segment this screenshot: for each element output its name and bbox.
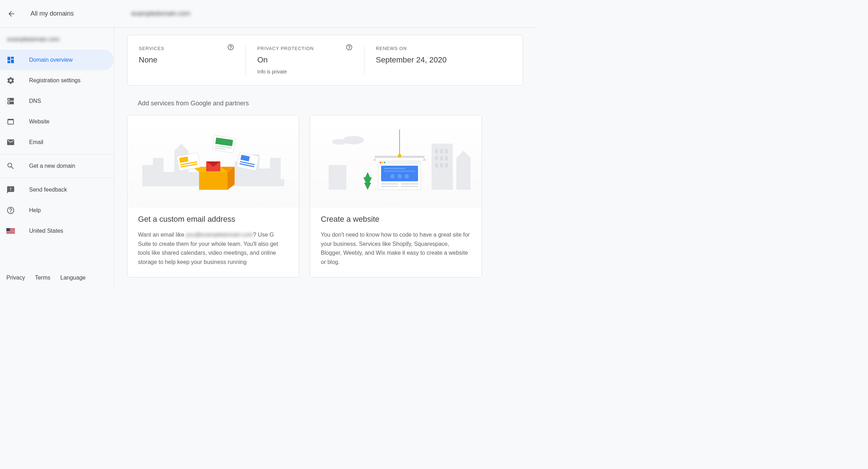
sidebar-item-label: Send feedback xyxy=(29,187,67,193)
feedback-icon xyxy=(6,186,15,194)
sidebar-item-label: Registration settings xyxy=(29,77,81,84)
svg-point-38 xyxy=(397,174,402,178)
svg-rect-17 xyxy=(440,149,443,153)
svg-rect-25 xyxy=(329,165,346,190)
sidebar-item-label: United States xyxy=(29,228,63,234)
services-label: SERVICES xyxy=(139,46,234,51)
dashboard-icon xyxy=(6,56,15,64)
svg-rect-35 xyxy=(384,168,405,169)
header-domain-name: exampledomain.com xyxy=(131,10,190,17)
help-circle-icon[interactable] xyxy=(227,44,234,51)
help-circle-icon[interactable] xyxy=(346,44,353,51)
svg-rect-36 xyxy=(384,171,415,172)
svg-point-28 xyxy=(398,154,401,158)
sidebar-item-get-new-domain[interactable]: Get a new domain xyxy=(0,156,114,176)
help-icon xyxy=(6,206,15,215)
sidebar-domain-name: exampledomain.com xyxy=(0,28,114,50)
svg-rect-21 xyxy=(445,156,448,160)
privacy-label: PRIVACY PROTECTION xyxy=(257,46,353,51)
svg-rect-24 xyxy=(445,163,448,167)
divider xyxy=(0,154,114,154)
footer-language-link[interactable]: Language xyxy=(60,275,86,281)
sidebar-item-label: DNS xyxy=(29,98,41,104)
sidebar-item-dns[interactable]: DNS xyxy=(0,91,114,111)
svg-rect-41 xyxy=(381,186,398,187)
dns-icon xyxy=(6,97,15,105)
svg-point-13 xyxy=(343,136,364,144)
email-service-card[interactable]: Get a custom email address Want an email… xyxy=(127,115,299,277)
renews-label: RENEWS ON xyxy=(376,46,446,51)
search-icon xyxy=(6,162,15,170)
privacy-sub: Info is private xyxy=(257,69,353,75)
domain-info-card: SERVICES None PRIVACY PROTECTION On Info… xyxy=(127,35,523,85)
privacy-value: On xyxy=(257,55,353,65)
sidebar-item-country[interactable]: United States xyxy=(0,221,114,241)
svg-rect-19 xyxy=(435,156,438,160)
website-illustration xyxy=(310,115,482,208)
website-icon xyxy=(6,117,15,126)
email-illustration xyxy=(127,115,299,208)
email-card-title: Get a custom email address xyxy=(138,215,288,224)
sidebar-item-email[interactable]: Email xyxy=(0,132,114,153)
gear-icon xyxy=(6,76,15,85)
svg-point-32 xyxy=(382,162,383,163)
website-card-text: You don't need to know how to code to ha… xyxy=(321,230,471,266)
us-flag-icon xyxy=(6,227,15,235)
sidebar-item-label: Email xyxy=(29,139,43,145)
website-service-card[interactable]: Create a website You don't need to know … xyxy=(310,115,482,277)
svg-rect-23 xyxy=(440,163,443,167)
footer-terms-link[interactable]: Terms xyxy=(35,275,50,281)
sidebar-item-label: Domain overview xyxy=(29,57,73,63)
email-icon xyxy=(6,138,15,147)
email-card-text: Want an email like you@exampledomain.com… xyxy=(138,230,288,266)
divider xyxy=(0,178,114,178)
svg-point-14 xyxy=(332,139,346,145)
svg-rect-20 xyxy=(440,156,443,160)
svg-point-39 xyxy=(405,174,409,178)
svg-rect-42 xyxy=(401,183,418,184)
sidebar-item-registration-settings[interactable]: Registration settings xyxy=(0,70,114,91)
sidebar-item-label: Help xyxy=(29,207,41,214)
svg-point-33 xyxy=(384,162,385,163)
sidebar-item-website[interactable]: Website xyxy=(0,111,114,132)
svg-rect-43 xyxy=(401,186,418,187)
services-value: None xyxy=(139,55,234,65)
svg-point-31 xyxy=(380,162,381,163)
header-title[interactable]: All my domains xyxy=(31,10,74,17)
footer-privacy-link[interactable]: Privacy xyxy=(6,275,25,281)
sidebar-item-send-feedback[interactable]: Send feedback xyxy=(0,180,114,200)
renews-value: September 24, 2020 xyxy=(376,55,446,65)
svg-rect-16 xyxy=(435,149,438,153)
sidebar-item-domain-overview[interactable]: Domain overview xyxy=(0,50,114,70)
sidebar-item-help[interactable]: Help xyxy=(0,200,114,221)
sidebar-item-label: Website xyxy=(29,118,50,125)
sidebar-item-label: Get a new domain xyxy=(29,163,75,169)
svg-rect-22 xyxy=(435,163,438,167)
svg-point-37 xyxy=(390,174,395,178)
back-arrow-icon[interactable] xyxy=(7,10,16,18)
section-title: Add services from Google and partners xyxy=(138,100,523,107)
svg-rect-18 xyxy=(445,149,448,153)
website-card-title: Create a website xyxy=(321,215,471,224)
svg-rect-40 xyxy=(381,183,398,184)
